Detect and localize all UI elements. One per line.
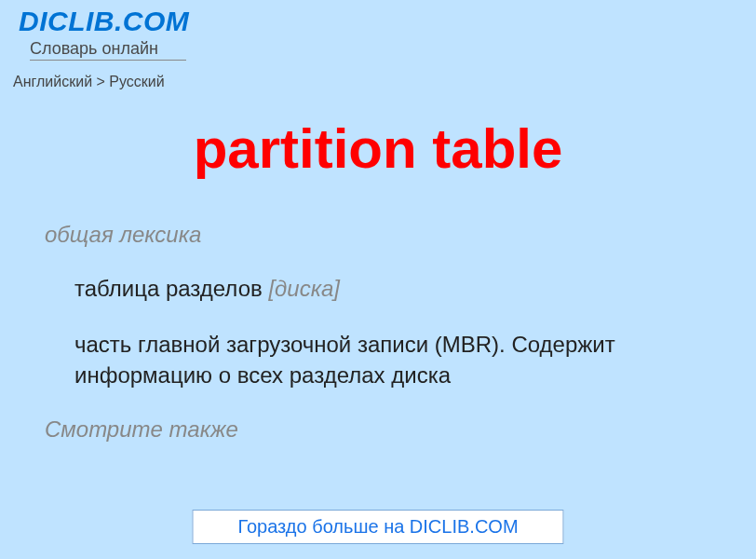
breadcrumb-separator: >	[97, 74, 105, 89]
category-label: общая лексика	[45, 222, 737, 248]
description: часть главной загрузочной записи (MBR). …	[74, 330, 737, 390]
more-button[interactable]: Гораздо больше на DICLIB.COM	[192, 510, 563, 544]
site-title[interactable]: DICLIB.COM	[19, 6, 756, 37]
content: общая лексика таблица разделов [диска] ч…	[0, 181, 756, 443]
subtitle: Словарь онлайн	[30, 39, 756, 59]
see-also-label: Смотрите также	[45, 416, 737, 443]
definition-qualifier: [диска]	[268, 276, 340, 301]
subtitle-wrap: Словарь онлайн	[30, 39, 756, 61]
breadcrumb-from[interactable]: Английский	[13, 74, 92, 89]
header: DICLIB.COM Словарь онлайн	[0, 0, 756, 61]
entry-title: partition table	[0, 116, 756, 181]
breadcrumb-to[interactable]: Русский	[109, 74, 164, 89]
definition: таблица разделов [диска]	[74, 274, 737, 304]
definition-main: таблица разделов	[74, 276, 268, 301]
breadcrumb: Английский > Русский	[0, 61, 756, 90]
